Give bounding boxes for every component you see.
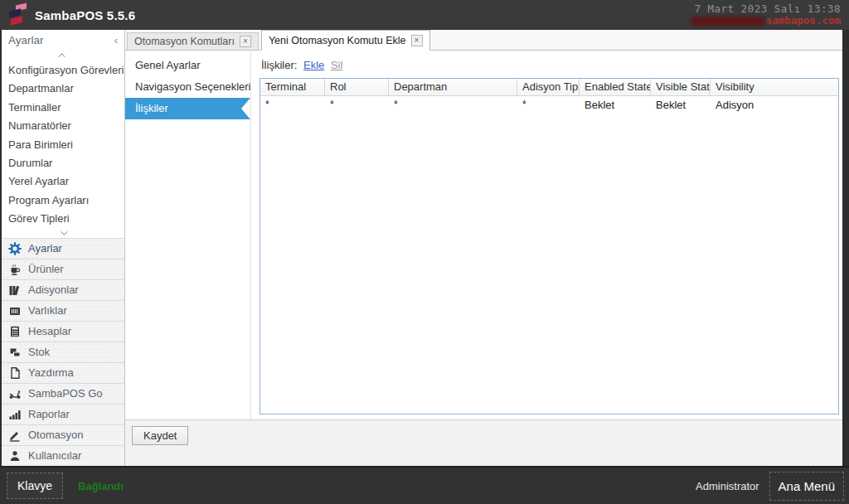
collapse-sidebar-icon[interactable]: ‹ xyxy=(114,34,118,46)
module-label: Otomasyon xyxy=(28,429,83,441)
bar-chart-icon xyxy=(8,408,22,421)
footer-bar: Klavye Bağlandı Administrator Ana Menü xyxy=(0,466,849,504)
app-window: SambaPOS 5.5.6 7 Mart 2023 Salı 13:38 sa… xyxy=(0,0,849,504)
column-header-enabled-states[interactable]: Enabled States xyxy=(580,79,651,95)
sidebar-item-durumlar[interactable]: Durumlar xyxy=(8,154,124,172)
cell-enabled-states[interactable]: Beklet xyxy=(580,96,651,114)
module-label: Ürünler xyxy=(28,263,64,275)
inner-nav-genel-ayarlar[interactable]: Genel Ayarlar xyxy=(125,55,250,76)
main-menu-button[interactable]: Ana Menü xyxy=(769,472,844,501)
module-urunler[interactable]: Ürünler xyxy=(2,259,124,280)
module-label: Yazdırma xyxy=(28,366,74,379)
column-header-visible-states[interactable]: Visible States xyxy=(651,79,711,95)
sidebar-item-numaratorler[interactable]: Numaratörler xyxy=(8,117,124,135)
sidebar-item-terminaller[interactable]: Terminaller xyxy=(8,99,124,117)
table-header-row: Terminal Rol Departman Adisyon Tipi Enab… xyxy=(260,79,838,96)
save-button[interactable]: Kaydet xyxy=(132,426,188,445)
sidebar-item-yerel-ayarlar[interactable]: Yerel Ayarlar xyxy=(8,172,124,191)
relations-table: Terminal Rol Departman Adisyon Tipi Enab… xyxy=(260,78,839,414)
settings-sidebar: Ayarlar ‹ Konfigürasyon Görevleri Depart… xyxy=(2,30,125,466)
sidebar-item-gorev-tipleri[interactable]: Görev Tipleri xyxy=(8,210,124,228)
cell-visible-states[interactable]: Beklet xyxy=(651,96,711,114)
module-raporlar[interactable]: Raporlar xyxy=(2,405,124,425)
column-header-rol[interactable]: Rol xyxy=(325,79,389,95)
module-otomasyon[interactable]: Otomasyon xyxy=(2,425,124,446)
app-title: SambaPOS 5.5.6 xyxy=(35,8,135,22)
module-label: Varlıklar xyxy=(28,304,67,317)
table-row[interactable]: * * * * Beklet Beklet Adisyon xyxy=(260,96,838,114)
title-bar: SambaPOS 5.5.6 7 Mart 2023 Salı 13:38 sa… xyxy=(0,0,849,30)
close-icon[interactable]: × xyxy=(411,35,423,46)
command-settings-nav: Genel Ayarlar Navigasyon Seçenekleri İli… xyxy=(125,51,251,419)
module-label: Ayarlar xyxy=(28,242,62,254)
module-list: Ayarlar Ürünler xyxy=(2,238,124,467)
calculator-icon xyxy=(8,325,22,338)
coffee-cup-icon xyxy=(8,263,22,276)
chevron-up-icon xyxy=(58,53,65,60)
cell-visibility[interactable]: Adisyon xyxy=(711,96,838,114)
column-header-visibility[interactable]: Visibility xyxy=(711,79,838,95)
relations-label: İlişkiler: xyxy=(261,59,297,71)
module-label: SambaPOS Go xyxy=(28,387,103,400)
module-label: Raporlar xyxy=(28,408,70,420)
window-right-frame xyxy=(842,30,849,466)
sidebar-item-program-ayarlari[interactable]: Program Ayarları xyxy=(8,191,124,210)
module-stok[interactable]: Stok xyxy=(2,342,124,363)
tab-label: Otomasyon Komutları xyxy=(134,36,235,47)
sambapos-logo-icon xyxy=(7,2,30,27)
document-icon xyxy=(8,366,22,380)
gear-icon xyxy=(8,242,22,255)
tab-yeni-otomasyon-komutu-ekle[interactable]: Yeni Otomasyon Komutu Ekle × xyxy=(261,30,430,51)
settings-nav-list: Konfigürasyon Görevleri Departmanlar Ter… xyxy=(2,60,124,229)
inner-nav-navigasyon-secenekleri[interactable]: Navigasyon Seçenekleri xyxy=(125,76,250,98)
tab-otomasyon-komutlari[interactable]: Otomasyon Komutları × xyxy=(127,32,259,50)
module-ayarlar[interactable]: Ayarlar xyxy=(2,239,124,259)
boxes-icon xyxy=(8,346,22,359)
sidebar-item-para-birimleri[interactable]: Para Birimleri xyxy=(8,136,124,154)
column-header-adisyon-tipi[interactable]: Adisyon Tipi xyxy=(517,79,580,95)
module-varliklar[interactable]: Varlıklar xyxy=(2,301,124,322)
module-label: Kullanıcılar xyxy=(28,449,81,462)
connection-status: Bağlandı xyxy=(78,480,124,492)
main-area: Otomasyon Komutları × Yeni Otomasyon Kom… xyxy=(125,30,842,466)
logged-in-user: Administrator xyxy=(696,480,759,492)
chevron-down-icon xyxy=(61,228,67,235)
module-label: Adisyonlar xyxy=(28,284,79,296)
sidebar-header: Ayarlar ‹ xyxy=(2,30,124,51)
module-adisyonlar[interactable]: Adisyonlar xyxy=(2,280,124,301)
redacted-email-block xyxy=(691,17,764,26)
cell-terminal[interactable]: * xyxy=(260,96,325,114)
bottom-button-bar: Kaydet xyxy=(125,419,842,466)
close-icon[interactable]: × xyxy=(240,36,251,47)
module-sambapos-go[interactable]: SambaPOS Go xyxy=(2,384,124,405)
scroll-up-button[interactable] xyxy=(2,51,124,60)
scooter-icon xyxy=(8,387,22,400)
sidebar-item-konfigurasyon-gorevleri[interactable]: Konfigürasyon Görevleri xyxy=(8,61,124,80)
delete-relation-link[interactable]: Sil xyxy=(331,59,342,71)
column-header-terminal[interactable]: Terminal xyxy=(260,79,325,95)
cash-register-icon xyxy=(8,304,22,317)
license-email: sambapos.com xyxy=(766,15,841,27)
pencil-icon xyxy=(8,429,22,442)
books-icon xyxy=(8,284,22,297)
cell-rol[interactable]: * xyxy=(325,96,389,114)
clock-text: 7 Mart 2023 Salı 13:38 xyxy=(691,3,841,15)
tab-label: Yeni Otomasyon Komutu Ekle xyxy=(269,35,406,46)
keyboard-button[interactable]: Klavye xyxy=(7,472,63,499)
relations-toolbar: İlişkiler: Ekle Sil xyxy=(260,57,839,78)
cell-departman[interactable]: * xyxy=(389,96,517,114)
cell-adisyon-tipi[interactable]: * xyxy=(517,96,580,114)
inner-nav-iliskiler[interactable]: İlişkiler xyxy=(125,98,250,119)
module-label: Hesaplar xyxy=(28,325,71,337)
column-header-departman[interactable]: Departman xyxy=(389,79,517,95)
module-hesaplar[interactable]: Hesaplar xyxy=(2,322,124,342)
sidebar-header-label: Ayarlar xyxy=(8,34,44,46)
add-relation-link[interactable]: Ekle xyxy=(303,59,324,71)
user-icon xyxy=(8,449,22,463)
relations-panel: İlişkiler: Ekle Sil Terminal Rol Departm… xyxy=(251,51,842,419)
module-label: Stok xyxy=(28,346,50,358)
module-kullanicilar[interactable]: Kullanıcılar xyxy=(2,446,124,467)
sidebar-item-departmanlar[interactable]: Departmanlar xyxy=(8,80,124,98)
scroll-down-button[interactable] xyxy=(2,229,124,238)
module-yazdirma[interactable]: Yazdırma xyxy=(2,363,124,384)
